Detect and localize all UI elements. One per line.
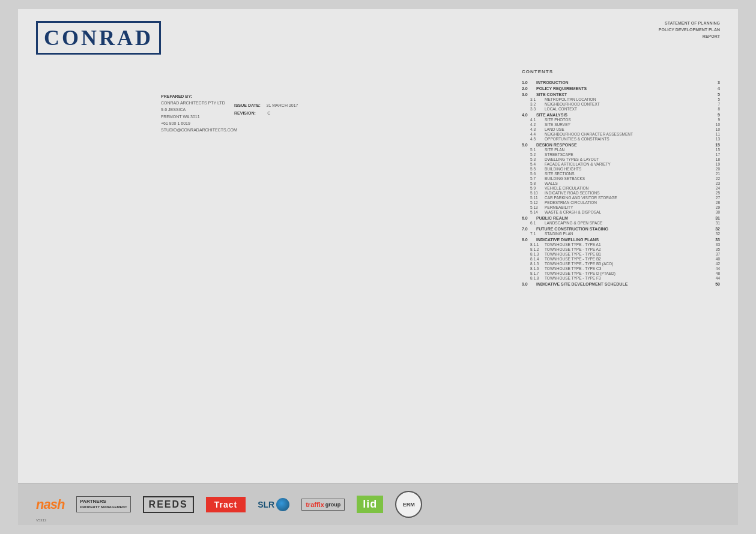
project-title: STATEMENT OF PLANNING POLICY DEVELOPMENT…	[659, 20, 720, 40]
issue-date-label: ISSUE DATE:	[234, 103, 261, 107]
toc-item-4-5: 4.5 OPPORTUNITIES & CONSTRAINTS 13	[522, 137, 720, 141]
logo-area: CONRAD	[36, 21, 161, 465]
project-title-line2: POLICY DEVELOPMENT PLAN	[659, 26, 720, 33]
revision-label: REVISION:	[234, 111, 256, 115]
contents-title: CONTENTS	[522, 69, 720, 74]
toc-item-1: 1.0 INTRODUCTION 3	[522, 80, 720, 85]
firm-name: CONRAD ARCHITECTS PTY LTD	[161, 100, 237, 106]
toc-item-4: 4.0 SITE ANALYSIS 9	[522, 113, 720, 117]
address2: FREMONT WA 3011	[161, 113, 237, 120]
toc-item-8-1-7: 8.1.7 TOWNHOUSE TYPE - TYPE D (PTAED) 48	[522, 271, 720, 275]
logo-nash: nash	[36, 497, 64, 512]
footer-version: V5313	[36, 518, 46, 522]
issue-date-value: 31 MARCH 2017	[267, 103, 298, 107]
toc-item-5-14: 5.14 WASTE & CRASH & DISPOSAL 30	[522, 210, 720, 214]
logo-lid: lid	[357, 496, 383, 513]
prepared-by-section: PREPARED BY: CONRAD ARCHITECTS PTY LTD 9…	[161, 93, 237, 477]
toc-item-5-1: 5.1 SITE PLAN 15	[522, 148, 720, 152]
toc-item-4-3: 4.3 LAND USE 10	[522, 127, 720, 131]
logo-slr: SLR	[258, 498, 289, 511]
toc-item-2: 2.0 POLICY REQUIREMENTS 4	[522, 86, 720, 91]
toc-item-3-2: 3.2 NEIGHBOURHOOD CONTEXT 7	[522, 102, 720, 106]
company-logo: CONRAD	[36, 21, 161, 55]
toc-item-5-5: 5.5 BUILDING HEIGHTS 20	[522, 167, 720, 171]
logo-erm: ERM	[395, 491, 422, 518]
logo-partners: PARTNERS PROPERTY MANAGEMENT	[76, 496, 130, 512]
toc-item-5-13: 5.13 PERMEABILITY 29	[522, 205, 720, 209]
email: STUDIO@CONRADARCHITECTS.COM	[161, 127, 237, 133]
toc-item-3: 3.0 SITE CONTEXT 5	[522, 92, 720, 97]
main-content: STATEMENT OF PLANNING POLICY DEVELOPMENT…	[18, 9, 738, 483]
toc-item-8-1-8: 8.1.8 TOWNHOUSE TYPE - TYPE F3 44	[522, 276, 720, 280]
toc-item-5-12: 5.12 PEDESTRIAN CIRCULATION 28	[522, 200, 720, 205]
logo-traffix: traffixgroup	[301, 499, 345, 511]
toc-item-5-9: 5.9 VEHICLE CIRCULATION 24	[522, 186, 720, 190]
contents-area: CONTENTS 1.0 INTRODUCTION 3 2.0 POLICY R…	[522, 69, 720, 287]
toc-item-9: 9.0 INDICATIVE SITE DEVELOPMENT SCHEDULE…	[522, 282, 720, 286]
toc-item-5-7: 5.7 BUILDING SETBACKS 22	[522, 176, 720, 181]
toc-item-4-1: 4.1 SITE PHOTOS 9	[522, 118, 720, 122]
toc-item-8-1-1: 8.1.1 TOWNHOUSE TYPE - TYPE A1 33	[522, 242, 720, 247]
toc-item-7-1: 7.1 STAGING PLAN 32	[522, 232, 720, 236]
toc-item-5-8: 5.8 WALLS 23	[522, 181, 720, 185]
toc-item-3-1: 3.1 METROPOLITAN LOCATION 5	[522, 97, 720, 101]
issue-section: ISSUE DATE: 31 MARCH 2017 REVISION: C	[234, 102, 298, 117]
logo-tract: Tract	[206, 497, 246, 512]
address1: 9-6 JESSICA	[161, 106, 237, 113]
toc-item-8-1-4: 8.1.4 TOWNHOUSE TYPE - TYPE B2 40	[522, 257, 720, 261]
toc-item-8: 8.0 INDICATIVE DWELLING PLANS 33	[522, 238, 720, 242]
toc-item-8-1-5: 8.1.5 TOWNHOUSE TYPE - TYPE B3 (ACO) 42	[522, 262, 720, 266]
toc-item-4-2: 4.2 SITE SURVEY 10	[522, 122, 720, 127]
slr-globe-icon	[276, 498, 289, 511]
toc-item-8-1-6: 8.1.6 TOWNHOUSE TYPE - TYPE C3 44	[522, 266, 720, 271]
toc-item-6-1: 6.1 LANDSCAPING & OPEN SPACE 31	[522, 221, 720, 225]
toc-item-5-2: 5.2 STREETSCAPE 17	[522, 152, 720, 157]
prepared-by-label: PREPARED BY:	[161, 93, 237, 100]
toc-item-5-10: 5.10 INDICATIVE ROAD SECTIONS 25	[522, 191, 720, 195]
toc-item-5: 5.0 DESIGN RESPONSE 15	[522, 143, 720, 147]
logo-reeds: REEDS	[143, 496, 194, 513]
toc-item-5-11: 5.11 CAR PARKING AND VISITOR STORAGE 27	[522, 196, 720, 200]
toc-item-8-1-3: 8.1.3 TOWNHOUSE TYPE - TYPE B1 37	[522, 252, 720, 256]
toc-item-4-4: 4.4 NEIGHBOURHOOD CHARACTER ASSESSMENT 1…	[522, 132, 720, 136]
toc-item-8-1-2: 8.1.2 TOWNHOUSE TYPE - TYPE A2 35	[522, 247, 720, 251]
toc-wrapper: 1.0 INTRODUCTION 3 2.0 POLICY REQUIREMEN…	[522, 80, 720, 286]
revision-value: C	[267, 111, 270, 115]
footer-bar: nash PARTNERS PROPERTY MANAGEMENT REEDS …	[18, 483, 738, 525]
toc-item-6: 6.0 PUBLIC REALM 31	[522, 216, 720, 220]
page: STATEMENT OF PLANNING POLICY DEVELOPMENT…	[18, 9, 738, 525]
phone: +61 800 1 6019	[161, 120, 237, 127]
toc-item-5-6: 5.6 SITE SECTIONS 21	[522, 172, 720, 176]
toc-item-5-3: 5.3 DWELLING TYPES & LAYOUT 18	[522, 157, 720, 161]
toc-item-3-3: 3.3 LOCAL CONTEXT 8	[522, 107, 720, 111]
project-title-line1: STATEMENT OF PLANNING	[659, 20, 720, 26]
toc-item-5-4: 5.4 FACADE ARTICULATION & VARIETY 19	[522, 162, 720, 166]
toc-item-7: 7.0 FUTURE CONSTRUCTION STAGING 32	[522, 227, 720, 231]
project-title-line3: REPORT	[659, 33, 720, 40]
